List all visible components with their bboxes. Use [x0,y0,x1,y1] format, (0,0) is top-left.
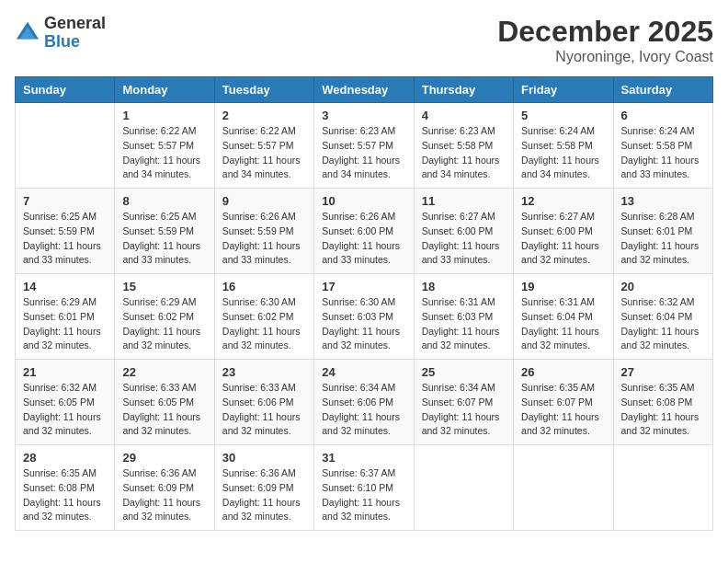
calendar-cell: 7Sunrise: 6:25 AM Sunset: 5:59 PM Daylig… [16,189,115,274]
day-info: Sunrise: 6:31 AM Sunset: 6:03 PM Dayligh… [422,295,506,353]
day-number: 12 [521,194,605,208]
day-info: Sunrise: 6:27 AM Sunset: 6:00 PM Dayligh… [422,210,506,268]
title-block: December 2025 Nyoroninge, Ivory Coast [497,15,713,65]
location: Nyoroninge, Ivory Coast [497,49,713,65]
day-info: Sunrise: 6:26 AM Sunset: 6:00 PM Dayligh… [322,210,405,268]
calendar-week-row: 7Sunrise: 6:25 AM Sunset: 5:59 PM Daylig… [16,189,713,274]
calendar-cell: 6Sunrise: 6:24 AM Sunset: 5:58 PM Daylig… [613,103,712,189]
day-info: Sunrise: 6:29 AM Sunset: 6:02 PM Dayligh… [122,295,206,353]
day-info: Sunrise: 6:30 AM Sunset: 6:03 PM Dayligh… [322,295,405,353]
calendar-cell: 22Sunrise: 6:33 AM Sunset: 6:05 PM Dayli… [115,360,214,445]
calendar-cell: 10Sunrise: 6:26 AM Sunset: 6:00 PM Dayli… [314,189,414,274]
logo-general-text: General [44,15,106,33]
calendar-week-row: 28Sunrise: 6:35 AM Sunset: 6:08 PM Dayli… [16,445,713,531]
day-info: Sunrise: 6:22 AM Sunset: 5:57 PM Dayligh… [222,124,306,182]
calendar-cell: 11Sunrise: 6:27 AM Sunset: 6:00 PM Dayli… [414,189,513,274]
day-number: 28 [23,451,107,465]
calendar-cell: 21Sunrise: 6:32 AM Sunset: 6:05 PM Dayli… [16,360,115,445]
day-number: 7 [23,194,107,208]
day-header-wednesday: Wednesday [314,77,414,103]
day-header-tuesday: Tuesday [214,77,313,103]
day-info: Sunrise: 6:29 AM Sunset: 6:01 PM Dayligh… [23,295,107,353]
day-number: 31 [322,451,405,465]
calendar-cell: 4Sunrise: 6:23 AM Sunset: 5:58 PM Daylig… [414,103,513,189]
day-number: 15 [122,280,206,293]
day-number: 17 [322,280,405,293]
day-number: 1 [122,109,206,122]
month-title: December 2025 [497,15,713,49]
day-info: Sunrise: 6:30 AM Sunset: 6:02 PM Dayligh… [222,295,306,353]
calendar-week-row: 21Sunrise: 6:32 AM Sunset: 6:05 PM Dayli… [16,360,713,445]
day-info: Sunrise: 6:22 AM Sunset: 5:57 PM Dayligh… [122,124,206,182]
day-number: 25 [422,365,506,379]
day-info: Sunrise: 6:32 AM Sunset: 6:04 PM Dayligh… [621,295,705,353]
calendar-cell: 15Sunrise: 6:29 AM Sunset: 6:02 PM Dayli… [115,274,214,360]
calendar-cell: 1Sunrise: 6:22 AM Sunset: 5:57 PM Daylig… [115,103,214,189]
day-number: 20 [621,280,705,293]
day-number: 4 [422,109,506,122]
calendar-cell: 13Sunrise: 6:28 AM Sunset: 6:01 PM Dayli… [613,189,712,274]
day-info: Sunrise: 6:23 AM Sunset: 5:57 PM Dayligh… [322,124,405,182]
day-number: 29 [122,451,206,465]
logo: General Blue [15,15,106,52]
calendar-table: SundayMondayTuesdayWednesdayThursdayFrid… [15,76,713,531]
day-header-monday: Monday [115,77,214,103]
day-header-thursday: Thursday [414,77,513,103]
day-header-saturday: Saturday [613,77,712,103]
calendar-cell: 23Sunrise: 6:33 AM Sunset: 6:06 PM Dayli… [214,360,313,445]
day-info: Sunrise: 6:35 AM Sunset: 6:07 PM Dayligh… [521,381,605,439]
day-number: 8 [122,194,206,208]
calendar-cell: 2Sunrise: 6:22 AM Sunset: 5:57 PM Daylig… [214,103,313,189]
day-number: 21 [23,365,107,379]
calendar-cell: 30Sunrise: 6:36 AM Sunset: 6:09 PM Dayli… [214,445,313,531]
day-info: Sunrise: 6:28 AM Sunset: 6:01 PM Dayligh… [621,210,705,268]
day-number: 27 [621,365,705,379]
day-number: 19 [521,280,605,293]
day-info: Sunrise: 6:34 AM Sunset: 6:07 PM Dayligh… [422,381,506,439]
day-number: 13 [621,194,705,208]
day-info: Sunrise: 6:33 AM Sunset: 6:06 PM Dayligh… [222,381,306,439]
calendar-cell: 14Sunrise: 6:29 AM Sunset: 6:01 PM Dayli… [16,274,115,360]
calendar-cell: 27Sunrise: 6:35 AM Sunset: 6:08 PM Dayli… [613,360,712,445]
day-info: Sunrise: 6:37 AM Sunset: 6:10 PM Dayligh… [322,466,405,524]
day-info: Sunrise: 6:31 AM Sunset: 6:04 PM Dayligh… [521,295,605,353]
day-number: 18 [422,280,506,293]
day-info: Sunrise: 6:35 AM Sunset: 6:08 PM Dayligh… [23,466,107,524]
calendar-cell: 17Sunrise: 6:30 AM Sunset: 6:03 PM Dayli… [314,274,414,360]
calendar-cell: 9Sunrise: 6:26 AM Sunset: 5:59 PM Daylig… [214,189,313,274]
calendar-cell: 3Sunrise: 6:23 AM Sunset: 5:57 PM Daylig… [314,103,414,189]
day-number: 30 [222,451,306,465]
day-info: Sunrise: 6:36 AM Sunset: 6:09 PM Dayligh… [222,466,306,524]
day-info: Sunrise: 6:27 AM Sunset: 6:00 PM Dayligh… [521,210,605,268]
day-number: 14 [23,280,107,293]
calendar-cell: 29Sunrise: 6:36 AM Sunset: 6:09 PM Dayli… [115,445,214,531]
calendar-cell: 26Sunrise: 6:35 AM Sunset: 6:07 PM Dayli… [514,360,613,445]
day-number: 11 [422,194,506,208]
day-info: Sunrise: 6:32 AM Sunset: 6:05 PM Dayligh… [23,381,107,439]
day-number: 23 [222,365,306,379]
day-number: 9 [222,194,306,208]
calendar-cell: 5Sunrise: 6:24 AM Sunset: 5:58 PM Daylig… [514,103,613,189]
logo-blue-text: Blue [44,33,106,52]
day-info: Sunrise: 6:34 AM Sunset: 6:06 PM Dayligh… [322,381,405,439]
calendar-cell [613,445,712,531]
day-info: Sunrise: 6:23 AM Sunset: 5:58 PM Dayligh… [422,124,506,182]
logo-icon [15,20,40,46]
day-info: Sunrise: 6:25 AM Sunset: 5:59 PM Dayligh… [23,210,107,268]
day-info: Sunrise: 6:33 AM Sunset: 6:05 PM Dayligh… [122,381,206,439]
day-info: Sunrise: 6:36 AM Sunset: 6:09 PM Dayligh… [122,466,206,524]
calendar-cell [514,445,613,531]
day-number: 5 [521,109,605,122]
calendar-cell: 18Sunrise: 6:31 AM Sunset: 6:03 PM Dayli… [414,274,513,360]
calendar-cell: 31Sunrise: 6:37 AM Sunset: 6:10 PM Dayli… [314,445,414,531]
day-info: Sunrise: 6:35 AM Sunset: 6:08 PM Dayligh… [621,381,705,439]
calendar-cell: 8Sunrise: 6:25 AM Sunset: 5:59 PM Daylig… [115,189,214,274]
day-number: 10 [322,194,405,208]
day-info: Sunrise: 6:24 AM Sunset: 5:58 PM Dayligh… [521,124,605,182]
day-number: 6 [621,109,705,122]
calendar-week-row: 1Sunrise: 6:22 AM Sunset: 5:57 PM Daylig… [16,103,713,189]
day-number: 16 [222,280,306,293]
day-info: Sunrise: 6:25 AM Sunset: 5:59 PM Dayligh… [122,210,206,268]
page-header: General Blue December 2025 Nyoroninge, I… [15,15,713,65]
day-header-friday: Friday [514,77,613,103]
